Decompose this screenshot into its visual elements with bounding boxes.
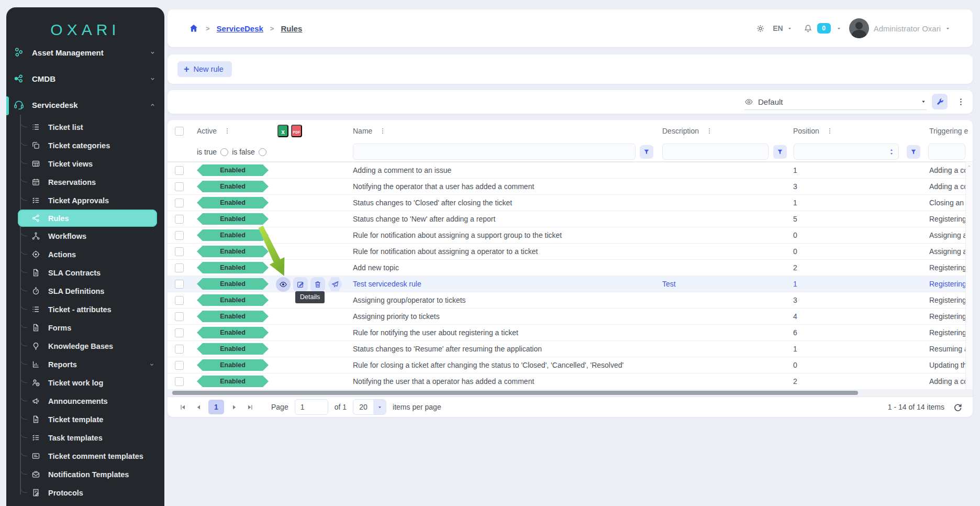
sidebar-item[interactable]: Ticket categories xyxy=(6,136,164,155)
row-checkbox[interactable] xyxy=(175,247,184,256)
row-checkbox[interactable] xyxy=(175,182,184,191)
sidebar-item[interactable]: Forms xyxy=(6,318,164,337)
row-checkbox[interactable] xyxy=(175,199,184,207)
sidebar-item[interactable]: Actions xyxy=(6,245,164,263)
new-rule-button[interactable]: + New rule xyxy=(177,61,232,77)
sidebar-section-cmdb[interactable]: CMDB xyxy=(6,65,164,92)
horizontal-scrollbar-track[interactable] xyxy=(168,389,973,397)
page-size-select[interactable]: 20 xyxy=(353,399,386,415)
position-filter-button[interactable] xyxy=(907,145,920,159)
toolbar-menu-button[interactable] xyxy=(953,94,968,109)
sidebar-item[interactable]: Ticket comment templates xyxy=(6,447,164,465)
number-spinner-icon[interactable] xyxy=(888,147,895,157)
table-row[interactable]: Enabled Adding a comment to an issue 1 A… xyxy=(168,162,965,179)
row-checkbox[interactable] xyxy=(175,361,184,370)
table-row[interactable]: Enabled Notifying the user that a operat… xyxy=(168,373,965,390)
caret-down-icon[interactable] xyxy=(836,26,842,31)
row-checkbox[interactable] xyxy=(175,231,184,240)
row-checkbox[interactable] xyxy=(175,263,184,272)
table-row[interactable]: Enabled Status changes to 'Resume' after… xyxy=(168,341,965,357)
row-checkbox[interactable] xyxy=(175,377,184,386)
vertical-scrollbar[interactable] xyxy=(965,162,973,389)
sidebar-item[interactable]: Ticket views xyxy=(6,155,164,173)
select-dropdown[interactable] xyxy=(373,399,386,415)
row-checkbox[interactable] xyxy=(175,328,184,337)
breadcrumb-current[interactable]: Rules xyxy=(281,24,302,33)
horizontal-scrollbar[interactable] xyxy=(172,391,858,395)
sidebar-item[interactable]: SLA Definitions xyxy=(6,282,164,300)
caret-down-icon[interactable] xyxy=(945,26,951,31)
language-selector[interactable]: EN xyxy=(773,24,783,32)
page-number-button[interactable]: 1 xyxy=(208,400,224,414)
name-filter-button[interactable] xyxy=(640,145,653,159)
sidebar-item[interactable]: Workflows xyxy=(6,227,164,245)
sidebar-item[interactable]: Ticket work log xyxy=(6,373,164,392)
sidebar-section-servicedesk[interactable]: Servicedesk xyxy=(6,92,164,118)
description-filter-input[interactable] xyxy=(662,144,769,160)
row-checkbox[interactable] xyxy=(175,312,184,321)
next-page-button[interactable] xyxy=(228,401,240,413)
sidebar-item[interactable]: Ticket Approvals xyxy=(6,191,164,210)
sidebar-section-asset-management[interactable]: Asset Management xyxy=(6,39,164,65)
row-checkbox[interactable] xyxy=(175,215,184,224)
column-menu-icon[interactable] xyxy=(224,127,231,135)
export-excel-button[interactable]: x xyxy=(277,125,288,137)
sidebar-item[interactable]: Task templates xyxy=(6,428,164,447)
is-true-radio[interactable] xyxy=(220,148,228,156)
description-filter-button[interactable] xyxy=(773,145,787,159)
page-input[interactable] xyxy=(295,399,328,415)
row-checkbox[interactable] xyxy=(175,296,184,305)
table-row[interactable]: Enabled Notifying the operator that a us… xyxy=(168,179,965,195)
scroll-up-arrow-icon[interactable] xyxy=(967,164,972,169)
notification-count-badge[interactable]: 0 xyxy=(817,23,831,34)
select-all-checkbox[interactable] xyxy=(175,127,184,136)
sidebar-item[interactable]: Protocols xyxy=(6,483,164,502)
column-menu-icon[interactable] xyxy=(826,127,833,135)
export-pdf-button[interactable]: PDF xyxy=(291,125,302,137)
sidebar-item[interactable]: Ticket - attributes xyxy=(6,300,164,318)
table-row[interactable]: Enabled Rule for closing a ticket after … xyxy=(168,357,965,373)
send-button[interactable] xyxy=(328,277,342,292)
table-row[interactable]: Enabled Status changes to 'Closed' after… xyxy=(168,195,965,211)
sidebar-item[interactable]: Rules xyxy=(18,210,157,227)
sidebar-item[interactable]: Reports xyxy=(6,355,164,373)
table-row[interactable]: Enabled Assigning priority to tickets 4 … xyxy=(168,309,965,325)
avatar[interactable] xyxy=(849,18,869,38)
sidebar-item[interactable]: Announcements xyxy=(6,392,164,410)
table-row[interactable]: Enabled Rule for notifying the user abou… xyxy=(168,325,965,341)
table-row[interactable]: Enabled Status change to 'New' after add… xyxy=(168,211,965,227)
row-checkbox[interactable] xyxy=(175,345,184,354)
sidebar-item[interactable]: SLA Contracts xyxy=(6,263,164,282)
table-row[interactable]: Enabled Test servicedesk rule Test 1 Reg… xyxy=(168,276,965,292)
triggering-filter-input[interactable] xyxy=(928,144,965,160)
details-button[interactable] xyxy=(276,277,291,292)
previous-page-button[interactable] xyxy=(193,401,204,413)
bell-icon[interactable] xyxy=(803,24,813,34)
caret-down-icon[interactable] xyxy=(787,26,793,31)
sidebar-item[interactable]: Ticket template xyxy=(6,410,164,428)
last-page-button[interactable] xyxy=(244,401,255,413)
row-checkbox[interactable] xyxy=(175,280,184,289)
view-selector[interactable]: Default xyxy=(744,94,927,110)
column-menu-icon[interactable] xyxy=(379,127,386,135)
row-checkbox[interactable] xyxy=(175,166,184,175)
position-filter-input[interactable] xyxy=(794,144,899,160)
breadcrumb-servicedesk-link[interactable]: ServiceDesk xyxy=(217,24,263,33)
view-settings-button[interactable] xyxy=(932,94,948,109)
table-row[interactable]: Enabled Add new topic 2 Registering xyxy=(168,260,965,276)
refresh-button[interactable] xyxy=(953,401,965,413)
column-menu-icon[interactable] xyxy=(706,127,713,135)
home-icon[interactable] xyxy=(188,23,199,34)
is-false-radio[interactable] xyxy=(259,148,266,156)
sidebar-item[interactable]: Ticket list xyxy=(6,118,164,136)
table-row[interactable]: Enabled Assigning group/operator to tick… xyxy=(168,292,965,309)
first-page-button[interactable] xyxy=(177,401,188,413)
sidebar-item[interactable]: Reservations xyxy=(6,173,164,191)
table-row[interactable]: Enabled Rule for notification about assi… xyxy=(168,227,965,244)
delete-button[interactable] xyxy=(310,277,325,292)
sidebar-item[interactable]: Notification Templates xyxy=(6,465,164,483)
table-row[interactable]: Enabled Rule for notification about assi… xyxy=(168,244,965,260)
edit-button[interactable] xyxy=(293,277,308,292)
gear-icon[interactable] xyxy=(755,24,765,34)
name-filter-input[interactable] xyxy=(353,144,636,160)
